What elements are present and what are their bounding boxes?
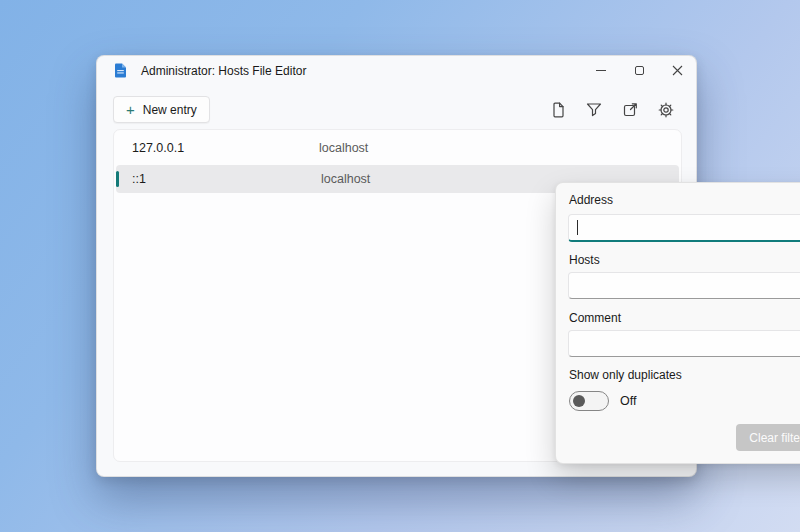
host-row-127-0-0-1[interactable]: 127.0.0.1 localhost	[114, 130, 681, 165]
comment-filter-field[interactable]	[568, 330, 800, 357]
new-file-icon	[551, 102, 566, 118]
open-external-icon	[623, 102, 638, 117]
selection-accent-bar	[116, 171, 119, 187]
hosts-filter-input[interactable]	[569, 279, 800, 293]
app-document-icon	[114, 63, 127, 78]
filter-flyout: Address Hosts Comment Show only duplicat…	[555, 182, 800, 464]
address-filter-input[interactable]	[578, 221, 800, 235]
new-entry-label: New entry	[143, 103, 197, 117]
maximize-button[interactable]	[620, 56, 658, 85]
settings-icon	[658, 102, 674, 118]
close-button[interactable]	[658, 56, 696, 85]
open-external-button[interactable]	[612, 96, 648, 123]
filter-icon	[586, 102, 602, 117]
filter-button[interactable]	[576, 96, 612, 123]
clear-filters-button[interactable]: Clear filters	[736, 424, 800, 451]
host-names: localhost	[319, 141, 368, 155]
new-file-button[interactable]	[540, 96, 576, 123]
minimize-button[interactable]	[582, 56, 620, 85]
toolbar-icon-group	[540, 96, 684, 123]
plus-icon: +	[126, 102, 135, 117]
hosts-filter-label: Hosts	[569, 253, 600, 267]
window-title: Administrator: Hosts File Editor	[141, 64, 306, 78]
host-address: 127.0.0.1	[114, 141, 319, 155]
hosts-filter-field[interactable]	[568, 272, 800, 299]
settings-button[interactable]	[648, 96, 684, 123]
close-icon	[672, 65, 683, 76]
host-address: ::1	[116, 172, 321, 186]
address-filter-label: Address	[569, 193, 613, 207]
minimize-icon	[596, 70, 606, 71]
toggle-knob-icon	[573, 395, 585, 407]
duplicates-toggle[interactable]	[569, 391, 609, 411]
comment-filter-label: Comment	[569, 311, 621, 325]
app-window: Administrator: Hosts File Editor + New e…	[96, 55, 697, 477]
host-names: localhost	[321, 172, 370, 186]
new-entry-button[interactable]: + New entry	[113, 96, 210, 123]
toggle-state-label: Off	[620, 394, 636, 408]
maximize-icon	[635, 66, 644, 75]
duplicates-label: Show only duplicates	[569, 368, 682, 382]
address-filter-field[interactable]	[568, 214, 800, 242]
comment-filter-input[interactable]	[569, 337, 800, 351]
title-bar[interactable]: Administrator: Hosts File Editor	[97, 56, 696, 86]
